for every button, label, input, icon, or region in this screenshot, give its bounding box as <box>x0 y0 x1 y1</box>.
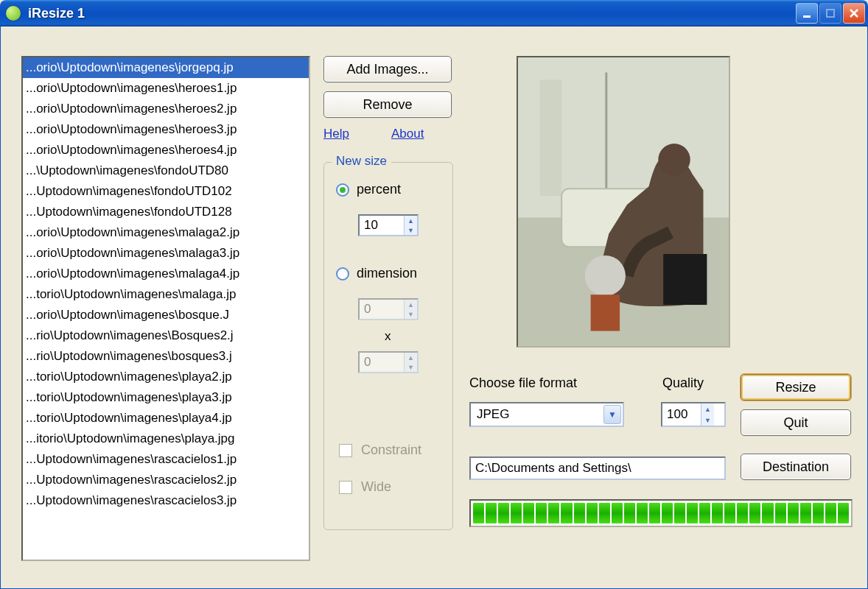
radio-dot-on-icon <box>336 183 349 197</box>
list-item[interactable]: ...torio\Uptodown\imagenes\playa3.jp <box>23 387 309 408</box>
radio-dimension[interactable]: dimension <box>336 266 417 281</box>
svg-rect-5 <box>605 72 607 188</box>
list-item[interactable]: ...Uptodown\imagenes\rascacielos3.jp <box>23 490 309 511</box>
new-size-legend: New size <box>332 154 391 169</box>
quality-label: Quality <box>662 375 704 391</box>
dimension-height-spinner: ▲ ▼ <box>358 351 419 373</box>
close-button[interactable] <box>843 3 865 24</box>
list-item[interactable]: ...torio\Uptodown\imagenes\malaga.jp <box>23 284 309 305</box>
progress-segment <box>574 503 585 523</box>
progress-bar <box>469 499 853 527</box>
progress-segment <box>649 503 660 523</box>
list-item[interactable]: ...orio\Uptodown\imagenes\heroes2.jp <box>23 99 309 119</box>
spin-down-icon: ▼ <box>405 362 417 372</box>
minimize-button[interactable] <box>796 3 818 24</box>
spin-down-icon: ▼ <box>405 309 417 319</box>
progress-segment <box>511 503 522 523</box>
quit-button[interactable]: Quit <box>741 409 851 436</box>
progress-segment <box>662 503 673 523</box>
maximize-button <box>819 3 841 24</box>
svg-point-9 <box>585 255 626 296</box>
progress-segment <box>825 503 836 523</box>
progress-segment <box>737 503 748 523</box>
help-link[interactable]: Help <box>323 127 349 141</box>
remove-button[interactable]: Remove <box>323 91 452 118</box>
window-controls <box>796 3 865 24</box>
spin-up-icon[interactable]: ▲ <box>405 216 417 225</box>
quality-spinner[interactable]: ▲ ▼ <box>661 402 726 427</box>
list-item[interactable]: ...orio\Uptodown\imagenes\malaga4.jp <box>23 264 309 284</box>
svg-rect-4 <box>540 80 562 196</box>
title-bar: iResize 1 <box>0 0 868 27</box>
spin-up-icon: ▲ <box>405 300 417 309</box>
radio-dot-off-icon <box>336 267 349 281</box>
close-icon <box>849 8 859 18</box>
svg-rect-1 <box>827 10 834 17</box>
progress-segment <box>800 503 811 523</box>
radio-percent[interactable]: percent <box>336 182 401 197</box>
list-item[interactable]: ...orio\Uptodown\imagenes\heroes3.jp <box>23 119 309 140</box>
list-item[interactable]: ...orio\Uptodown\imagenes\malaga3.jp <box>23 243 309 264</box>
progress-segment <box>612 503 623 523</box>
destination-button[interactable]: Destination <box>741 454 851 480</box>
dimension-height-input <box>360 353 404 372</box>
list-item[interactable]: ...Uptodown\imagenes\fondoUTD128 <box>23 202 309 222</box>
spin-up-icon: ▲ <box>405 353 417 362</box>
checkbox-box-icon <box>339 481 352 494</box>
list-item[interactable]: ...rio\Uptodown\imagenes\bosques3.j <box>23 346 309 367</box>
list-item[interactable]: ...orio\Uptodown\imagenes\bosque.J <box>23 305 309 325</box>
add-images-button[interactable]: Add Images... <box>323 56 452 82</box>
progress-segment <box>536 503 547 523</box>
about-link[interactable]: About <box>391 127 424 141</box>
checkbox-box-icon <box>339 444 352 457</box>
quality-input[interactable] <box>662 403 701 426</box>
list-item[interactable]: ...torio\Uptodown\imagenes\playa4.jp <box>23 408 309 428</box>
wide-checkbox: Wide <box>339 479 391 495</box>
list-item[interactable]: ...rio\Uptodown\imagenes\Bosques2.j <box>23 325 309 346</box>
progress-segment <box>788 503 799 523</box>
progress-segment <box>587 503 598 523</box>
resize-button[interactable]: Resize <box>741 374 851 401</box>
image-preview <box>517 56 730 348</box>
progress-segment <box>762 503 773 523</box>
progress-segment <box>687 503 698 523</box>
list-item[interactable]: ...itorio\Uptodown\imagenes\playa.jpg <box>23 428 309 449</box>
progress-segment <box>473 503 484 523</box>
window-title: iResize 1 <box>28 6 796 21</box>
dimension-width-spinner: ▲ ▼ <box>358 298 419 320</box>
list-item[interactable]: ...torio\Uptodown\imagenes\playa2.jp <box>23 367 309 387</box>
list-item[interactable]: ...Uptodown\imagenes\fondoUTD102 <box>23 181 309 202</box>
progress-segment <box>498 503 509 523</box>
format-dropdown[interactable]: JPEG ▼ <box>469 402 624 427</box>
maximize-icon <box>825 8 836 18</box>
radio-dimension-label: dimension <box>357 266 417 281</box>
spin-up-icon[interactable]: ▲ <box>701 403 714 415</box>
list-item[interactable]: ...Uptodown\imagenes\rascacielos1.jp <box>23 449 309 470</box>
list-item[interactable]: ...orio\Uptodown\imagenes\jorgepq.jp <box>23 57 309 78</box>
minimize-icon <box>802 8 812 18</box>
format-label: Choose file format <box>469 375 577 391</box>
dimension-width-input <box>360 300 404 319</box>
progress-segment <box>712 503 723 523</box>
radio-percent-label: percent <box>357 182 401 197</box>
progress-segment <box>637 503 648 523</box>
progress-segment <box>486 503 497 523</box>
list-item[interactable]: ...orio\Uptodown\imagenes\malaga2.jp <box>23 222 309 243</box>
spin-down-icon[interactable]: ▼ <box>405 225 417 235</box>
wide-label: Wide <box>361 479 391 495</box>
percent-input[interactable] <box>360 216 404 235</box>
image-list[interactable]: ...orio\Uptodown\imagenes\jorgepq.jp...o… <box>21 56 310 561</box>
svg-rect-10 <box>591 294 620 331</box>
list-item[interactable]: ...orio\Uptodown\imagenes\heroes1.jp <box>23 78 309 99</box>
list-item[interactable]: ...\Uptodown\imagenes\fondoUTD80 <box>23 161 309 181</box>
progress-segment <box>699 503 710 523</box>
list-item[interactable]: ...Uptodown\imagenes\rascacielos2.jp <box>23 470 309 490</box>
list-item[interactable]: ...orio\Uptodown\imagenes\heroes4.jp <box>23 140 309 161</box>
progress-segment <box>813 503 824 523</box>
progress-segment <box>749 503 760 523</box>
spin-down-icon[interactable]: ▼ <box>701 415 714 426</box>
percent-spinner[interactable]: ▲ ▼ <box>358 214 419 236</box>
progress-segment <box>838 503 849 523</box>
chevron-down-icon: ▼ <box>603 405 621 424</box>
destination-path-input[interactable] <box>469 456 726 480</box>
